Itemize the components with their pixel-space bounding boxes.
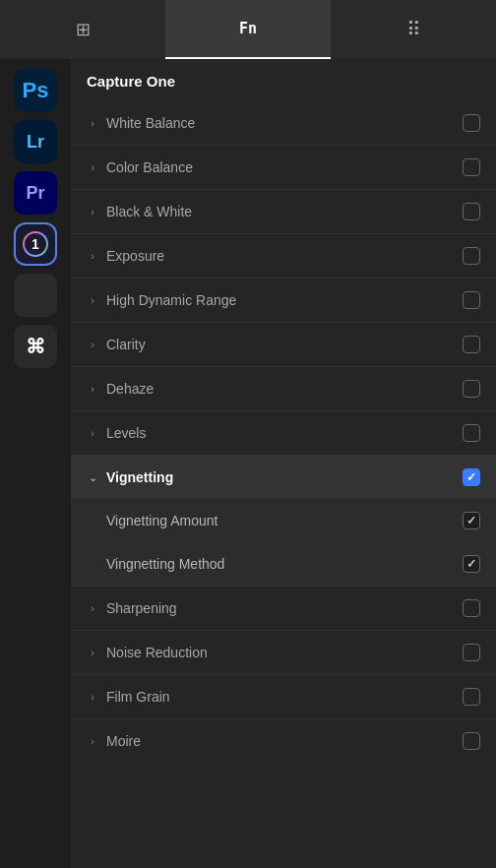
menu-item-hdr[interactable]: › High Dynamic Range <box>71 279 496 322</box>
sidebar-app-pr[interactable]: Pr <box>14 171 57 215</box>
dehaze-checkbox[interactable] <box>463 380 480 398</box>
levels-label: Levels <box>106 425 463 441</box>
noise-reduction-checkbox[interactable] <box>463 644 480 661</box>
sidebar-app-apple[interactable] <box>14 274 57 317</box>
pr-label: Pr <box>26 183 44 204</box>
dots-icon: ⠿ <box>406 18 421 41</box>
sidebar-app-co[interactable]: 1 <box>14 222 57 266</box>
white-balance-checkbox[interactable] <box>463 114 480 132</box>
sidebar: Ps Lr Pr 1 ⌘ <box>0 59 71 868</box>
chevron-right-icon: › <box>87 427 98 439</box>
menu-item-color-balance[interactable]: › Color Balance <box>71 146 496 189</box>
menu-item-moire[interactable]: › Moire <box>71 719 496 763</box>
menu-item-vignetting[interactable]: ⌄ Vignetting ✓ <box>71 456 496 499</box>
white-balance-label: White Balance <box>106 115 463 131</box>
sub-item-vignetting-amount[interactable]: Vignetting Amount ✓ <box>71 499 496 542</box>
chevron-right-icon: › <box>87 161 98 173</box>
menu-item-film-grain[interactable]: › Film Grain <box>71 675 496 718</box>
fn-icon: Fn <box>239 20 257 37</box>
chevron-right-icon: › <box>87 691 98 703</box>
sidebar-app-cmd[interactable]: ⌘ <box>14 325 57 368</box>
tab-fn[interactable]: Fn <box>165 0 331 59</box>
main-area: Ps Lr Pr 1 ⌘ Capture One › White Balance… <box>0 59 496 868</box>
chevron-right-icon: › <box>87 383 98 395</box>
clarity-checkbox[interactable] <box>463 336 480 353</box>
moire-checkbox[interactable] <box>463 732 480 750</box>
exposure-checkbox[interactable] <box>463 247 480 265</box>
content-panel: Capture One › White Balance › Color Bala… <box>71 59 496 868</box>
tab-bar: ⊞ Fn ⠿ <box>0 0 496 59</box>
dehaze-label: Dehaze <box>106 381 463 397</box>
chevron-right-icon: › <box>87 602 98 614</box>
menu-item-levels[interactable]: › Levels <box>71 411 496 455</box>
ps-label: Ps <box>23 78 49 103</box>
black-white-checkbox[interactable] <box>463 203 480 220</box>
film-grain-checkbox[interactable] <box>463 688 480 706</box>
menu-item-exposure[interactable]: › Exposure <box>71 234 496 278</box>
sharpening-label: Sharpening <box>106 600 463 616</box>
moire-label: Moire <box>106 733 463 749</box>
color-balance-label: Color Balance <box>106 159 463 175</box>
tab-grid[interactable]: ⊞ <box>0 0 165 59</box>
lr-label: Lr <box>27 132 44 153</box>
chevron-right-icon: › <box>87 735 98 747</box>
vignetting-label: Vignetting <box>106 469 463 485</box>
menu-item-black-white[interactable]: › Black & White <box>71 190 496 233</box>
menu-item-sharpening[interactable]: › Sharpening <box>71 587 496 630</box>
vignetting-checkbox[interactable]: ✓ <box>463 468 480 486</box>
clarity-label: Clarity <box>106 337 463 352</box>
chevron-right-icon: › <box>87 294 98 306</box>
check-mark: ✓ <box>466 514 476 527</box>
exposure-label: Exposure <box>106 248 463 264</box>
chevron-right-icon: › <box>87 206 98 217</box>
tab-dots[interactable]: ⠿ <box>331 0 496 59</box>
color-balance-checkbox[interactable] <box>463 158 480 176</box>
cmd-icon: ⌘ <box>26 335 45 358</box>
check-mark: ✓ <box>466 470 476 484</box>
menu-item-clarity[interactable]: › Clarity <box>71 323 496 366</box>
sub-item-vignetting-method[interactable]: Vingnetting Method ✓ <box>71 542 496 586</box>
hdr-label: High Dynamic Range <box>106 292 463 308</box>
grid-icon: ⊞ <box>76 19 91 40</box>
black-white-label: Black & White <box>106 204 463 219</box>
sharpening-checkbox[interactable] <box>463 599 480 617</box>
vignetting-method-checkbox[interactable]: ✓ <box>463 555 480 573</box>
levels-checkbox[interactable] <box>463 424 480 442</box>
chevron-right-icon: › <box>87 250 98 262</box>
menu-item-white-balance[interactable]: › White Balance <box>71 101 496 145</box>
sidebar-app-lr[interactable]: Lr <box>14 120 57 163</box>
vignetting-method-label: Vingnetting Method <box>106 556 463 572</box>
chevron-right-icon: › <box>87 339 98 350</box>
check-mark: ✓ <box>466 557 476 571</box>
sidebar-app-ps[interactable]: Ps <box>14 69 57 112</box>
hdr-checkbox[interactable] <box>463 291 480 309</box>
chevron-down-icon: ⌄ <box>87 471 98 484</box>
vignetting-amount-checkbox[interactable]: ✓ <box>463 512 480 529</box>
co-circle: 1 <box>23 231 48 257</box>
panel-title: Capture One <box>71 59 496 101</box>
film-grain-label: Film Grain <box>106 689 463 705</box>
noise-reduction-label: Noise Reduction <box>106 645 463 660</box>
menu-item-dehaze[interactable]: › Dehaze <box>71 367 496 410</box>
chevron-right-icon: › <box>87 117 98 129</box>
menu-item-noise-reduction[interactable]: › Noise Reduction <box>71 631 496 674</box>
chevron-right-icon: › <box>87 647 98 658</box>
vignetting-amount-label: Vignetting Amount <box>106 513 463 528</box>
